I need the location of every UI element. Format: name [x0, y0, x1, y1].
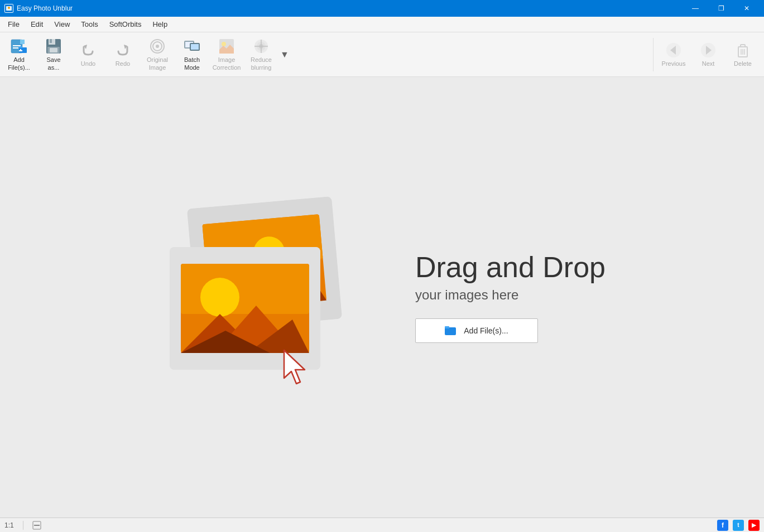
undo-icon — [79, 41, 97, 59]
menu-softorbits[interactable]: SoftOrbits — [104, 18, 147, 31]
svg-rect-63 — [34, 525, 40, 526]
menu-edit[interactable]: Edit — [25, 18, 49, 31]
image-illustration — [158, 191, 371, 403]
svg-rect-10 — [19, 46, 22, 48]
svg-point-2 — [8, 7, 10, 9]
svg-rect-61 — [445, 326, 449, 328]
svg-rect-60 — [445, 327, 456, 335]
window-controls: — ❐ ✕ — [683, 0, 760, 17]
svg-rect-8 — [13, 47, 18, 49]
delete-label: Delete — [734, 60, 752, 67]
youtube-icon[interactable]: ▶ — [748, 520, 760, 531]
status-bar: 1:1 f t ▶ — [0, 518, 764, 532]
zoom-icon — [32, 521, 41, 530]
app-title: Easy Photo Unblur — [17, 4, 683, 12]
twitter-icon[interactable]: t — [733, 520, 744, 531]
svg-marker-59 — [284, 350, 305, 384]
undo-label: Undo — [81, 60, 95, 67]
status-right: f t ▶ — [717, 520, 760, 531]
status-separator-1 — [23, 521, 23, 530]
svg-rect-26 — [191, 44, 199, 50]
toolbar-separator — [653, 38, 654, 71]
close-button[interactable]: ✕ — [734, 0, 760, 17]
add-files-button[interactable]: AddFile(s)... — [2, 35, 36, 75]
drop-area: Drag and Drop your images here Add File(… — [158, 191, 606, 403]
menu-bar: File Edit View Tools SoftOrbits Help — [0, 17, 764, 32]
image-correction-label: ImageCorrection — [213, 56, 241, 71]
add-files-button-main[interactable]: Add File(s)... — [415, 318, 538, 343]
add-files-main-label: Add File(s)... — [464, 326, 508, 335]
previous-button[interactable]: Previous — [657, 35, 690, 75]
drag-drop-subtitle: your images here — [415, 287, 606, 303]
correction-icon — [218, 37, 236, 55]
svg-point-28 — [222, 42, 226, 46]
original-icon — [148, 37, 166, 55]
svg-rect-40 — [741, 45, 745, 47]
svg-rect-6 — [20, 40, 25, 44]
zoom-level: 1:1 — [4, 521, 14, 529]
svg-point-54 — [200, 278, 239, 317]
add-files-label: AddFile(s)... — [8, 56, 30, 71]
menu-file[interactable]: File — [2, 18, 25, 31]
save-icon — [45, 37, 63, 55]
svg-rect-7 — [13, 45, 21, 46]
title-bar: Easy Photo Unblur — ❐ ✕ — [0, 0, 764, 17]
svg-point-22 — [156, 45, 159, 48]
batch-mode-button[interactable]: BatchMode — [175, 35, 209, 75]
delete-button[interactable]: Delete — [726, 35, 760, 75]
dnd-text-area: Drag and Drop your images here Add File(… — [415, 252, 606, 342]
app-icon — [4, 4, 13, 13]
svg-rect-15 — [50, 39, 52, 43]
more-button[interactable]: ▼ — [279, 35, 290, 75]
svg-rect-53 — [181, 264, 309, 314]
redo-icon — [114, 41, 132, 59]
save-as-label: Saveas... — [46, 56, 60, 71]
original-image-button[interactable]: OriginalImage — [141, 35, 174, 75]
image-correction-button[interactable]: ImageCorrection — [210, 35, 243, 75]
add-file-icon — [10, 37, 28, 55]
save-as-button[interactable]: Saveas... — [37, 35, 70, 75]
menu-tools[interactable]: Tools — [75, 18, 103, 31]
svg-rect-12 — [19, 50, 22, 51]
undo-button[interactable]: Undo — [71, 35, 105, 75]
toolbar-right: Previous Next — [657, 35, 762, 75]
previous-label: Previous — [662, 60, 686, 67]
prev-icon — [665, 41, 683, 59]
minimize-button[interactable]: — — [683, 0, 708, 17]
facebook-icon[interactable]: f — [717, 520, 728, 531]
maximize-button[interactable]: ❐ — [708, 0, 734, 17]
redo-label: Redo — [116, 60, 130, 67]
svg-rect-17 — [50, 48, 57, 52]
toolbar: AddFile(s)... Saveas... Undo — [0, 32, 764, 77]
drag-drop-title: Drag and Drop — [415, 252, 606, 283]
batch-icon — [183, 37, 201, 55]
cursor-icon — [281, 347, 315, 392]
main-content: Drag and Drop your images here Add File(… — [0, 77, 764, 518]
next-label: Next — [702, 60, 715, 67]
status-left: 1:1 — [4, 521, 717, 530]
reduce-blurring-button[interactable]: Reduceblurring — [244, 35, 278, 75]
next-button[interactable]: Next — [691, 35, 725, 75]
reduce-blurring-label: Reduceblurring — [251, 56, 272, 71]
delete-icon — [734, 41, 752, 59]
next-icon — [699, 41, 717, 59]
menu-view[interactable]: View — [49, 18, 75, 31]
redo-button[interactable]: Redo — [106, 35, 140, 75]
batch-mode-label: BatchMode — [184, 56, 200, 71]
menu-help[interactable]: Help — [147, 18, 173, 31]
original-image-label: OriginalImage — [147, 56, 168, 71]
reduce-icon — [252, 37, 270, 55]
